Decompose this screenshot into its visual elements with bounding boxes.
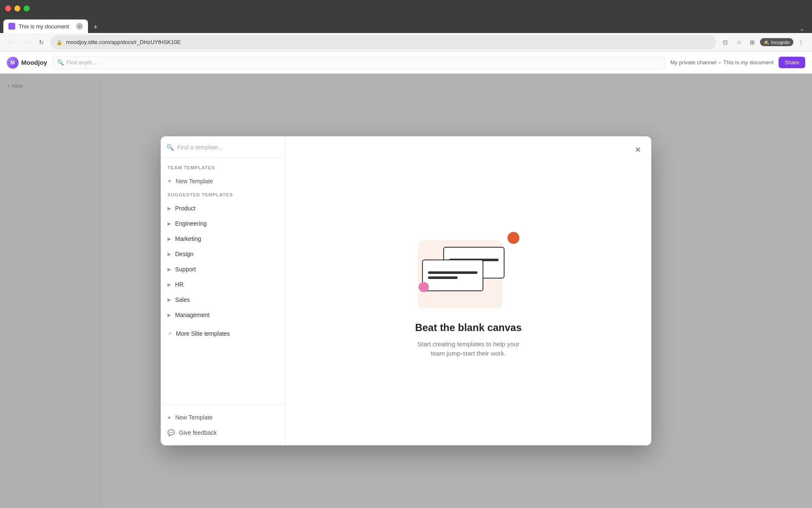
- traffic-light-red[interactable]: [5, 6, 11, 11]
- modal-main-title: Beat the blank canvas: [415, 322, 521, 334]
- template-item-management-label: Management: [175, 312, 210, 318]
- incognito-icon: 🕵: [763, 39, 769, 45]
- traffic-light-green[interactable]: [24, 6, 30, 11]
- breadcrumb-channel: My private channel: [670, 59, 716, 66]
- forward-btn[interactable]: →: [20, 36, 32, 48]
- footer-new-template-item[interactable]: + New Template: [161, 410, 285, 425]
- template-item-marketing-label: Marketing: [175, 235, 201, 242]
- cast-btn[interactable]: ⊡: [719, 36, 731, 48]
- chevron-product-icon: ▶: [167, 206, 171, 211]
- app-logo-text: Moodjoy: [21, 59, 47, 66]
- modal-sidebar-footer: + New Template 💬 Give feedback: [161, 404, 285, 445]
- template-item-engineering[interactable]: ▶ Engineering: [161, 216, 285, 231]
- browser-content: M Moodjoy 🔍 Find anyth... My private cha…: [0, 52, 812, 508]
- illus-doc-front: [422, 260, 483, 291]
- template-item-hr[interactable]: ▶ HR: [161, 277, 285, 292]
- tab-title: This is my document: [19, 23, 69, 30]
- template-item-product[interactable]: ▶ Product: [161, 201, 285, 216]
- tab-favicon: [8, 23, 15, 30]
- collapse-btn[interactable]: ⌄: [799, 24, 809, 33]
- logo-icon: M: [7, 57, 19, 69]
- modal-search-input[interactable]: [177, 144, 279, 151]
- modal-search-icon: 🔍: [167, 144, 174, 151]
- new-tab-btn[interactable]: +: [90, 21, 102, 33]
- external-link-icon: ↗: [167, 331, 172, 337]
- modal-main-desc-line1: Start creating templates to help your: [417, 340, 519, 348]
- chevron-engineering-icon: ▶: [167, 221, 171, 226]
- traffic-light-yellow[interactable]: [14, 6, 20, 11]
- header-breadcrumb: My private channel › This is my document: [670, 59, 774, 66]
- chevron-support-icon: ▶: [167, 267, 171, 272]
- modal-main: ✕: [285, 136, 651, 445]
- give-feedback-label: Give feedback: [179, 429, 217, 436]
- template-item-sales-label: Sales: [175, 296, 190, 303]
- template-item-design[interactable]: ▶ Design: [161, 246, 285, 262]
- tab-bar: This is my document × + ⌄: [0, 17, 812, 33]
- header-search[interactable]: 🔍 Find anyth...: [52, 56, 665, 69]
- tab-close-btn[interactable]: ×: [76, 23, 83, 30]
- address-url: moodjoy.slite.com/app/docs/r_DHzUYfHSK10…: [66, 39, 181, 45]
- template-item-product-label: Product: [175, 205, 195, 212]
- modal-search-container: 🔍: [161, 136, 285, 158]
- address-bar[interactable]: 🔒 moodjoy.slite.com/app/docs/r_DHzUYfHSK…: [51, 36, 716, 49]
- give-feedback-item[interactable]: 💬 Give feedback: [161, 425, 285, 440]
- chevron-hr-icon: ▶: [167, 282, 171, 287]
- illus-pink-dot: [419, 282, 429, 292]
- template-item-engineering-label: Engineering: [175, 220, 207, 227]
- app-logo: M Moodjoy: [7, 57, 47, 69]
- incognito-badge: 🕵 Incognito: [760, 38, 793, 46]
- template-modal: 🔍 TEAM TEMPLATES + New Template: [161, 136, 651, 445]
- app-bg: M Moodjoy 🔍 Find anyth... My private cha…: [0, 52, 812, 508]
- template-item-support-label: Support: [175, 266, 196, 273]
- modal-close-btn[interactable]: ✕: [631, 143, 645, 157]
- incognito-label: Incognito: [771, 40, 790, 45]
- back-btn[interactable]: ←: [5, 36, 17, 48]
- chevron-sales-icon: ▶: [167, 297, 171, 303]
- illus-orange-dot: [508, 232, 519, 244]
- modal-sidebar: 🔍 TEAM TEMPLATES + New Template: [161, 136, 285, 445]
- chevron-marketing-icon: ▶: [167, 236, 171, 242]
- chevron-design-icon: ▶: [167, 251, 171, 257]
- illus-line-4: [428, 276, 458, 279]
- header-search-placeholder: Find anyth...: [66, 59, 97, 66]
- footer-new-template-label: New Template: [175, 414, 212, 421]
- breadcrumb-separator: ›: [719, 59, 721, 66]
- team-new-template-item[interactable]: + New Template: [161, 174, 285, 189]
- illustration: [409, 224, 528, 308]
- feedback-icon: 💬: [167, 429, 175, 436]
- app-header: M Moodjoy 🔍 Find anyth... My private cha…: [0, 52, 812, 74]
- share-btn[interactable]: Share: [779, 57, 805, 68]
- chevron-management-icon: ▶: [167, 312, 171, 318]
- app-body: + New 🔍: [0, 74, 812, 508]
- template-item-marketing[interactable]: ▶ Marketing: [161, 231, 285, 246]
- header-search-icon: 🔍: [57, 59, 64, 66]
- modal-overlay[interactable]: 🔍 TEAM TEMPLATES + New Template: [0, 74, 812, 508]
- close-icon: ✕: [635, 145, 641, 155]
- modal-main-desc-line2: team jump-start their work.: [431, 350, 506, 357]
- extension-btn[interactable]: ⊞: [746, 36, 758, 48]
- team-new-template-plus-icon: +: [167, 177, 171, 185]
- more-templates-item[interactable]: ↗ More Slite templates: [161, 326, 285, 341]
- address-lock-icon: 🔒: [56, 39, 63, 45]
- template-item-sales[interactable]: ▶ Sales: [161, 292, 285, 307]
- bookmark-btn[interactable]: ☆: [733, 36, 745, 48]
- footer-new-template-plus-icon: +: [167, 414, 171, 421]
- template-item-hr-label: HR: [175, 281, 184, 288]
- modal-sidebar-content: TEAM TEMPLATES + New Template SUGGESTED …: [161, 158, 285, 404]
- template-item-design-label: Design: [175, 251, 194, 257]
- template-item-support[interactable]: ▶ Support: [161, 262, 285, 277]
- refresh-btn[interactable]: ↻: [36, 36, 47, 48]
- toolbar-actions: ⊡ ☆ ⊞ 🕵 Incognito ⋮: [719, 36, 807, 48]
- illus-line-3: [428, 271, 477, 274]
- team-new-template-label: New Template: [176, 178, 213, 185]
- more-templates-label: More Slite templates: [176, 330, 230, 337]
- template-item-management[interactable]: ▶ Management: [161, 307, 285, 323]
- browser-toolbar: ← → ↻ 🔒 moodjoy.slite.com/app/docs/r_DHz…: [0, 33, 812, 52]
- browser-titlebar: [0, 0, 812, 17]
- active-tab[interactable]: This is my document ×: [3, 19, 88, 33]
- team-templates-label: TEAM TEMPLATES: [161, 165, 285, 174]
- header-actions: Share: [779, 57, 805, 68]
- browser-frame: This is my document × + ⌄ ← → ↻ 🔒 moodjo…: [0, 0, 812, 508]
- breadcrumb-doc: This is my document: [723, 59, 774, 66]
- more-btn[interactable]: ⋮: [795, 36, 807, 48]
